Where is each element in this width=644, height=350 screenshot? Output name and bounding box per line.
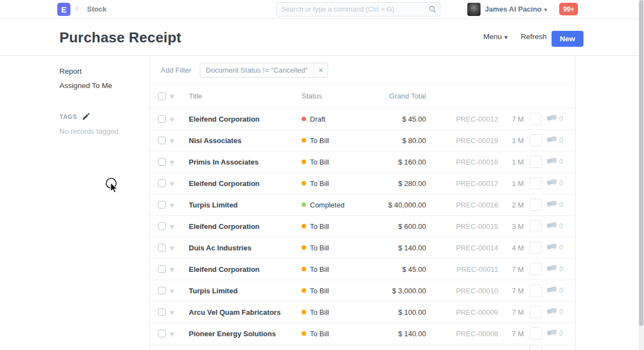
row-id[interactable]: PREC-00017 [450, 173, 498, 194]
heart-icon[interactable]: ♥ [170, 237, 181, 258]
assign-placeholder[interactable] [530, 220, 542, 232]
row-checkbox[interactable] [158, 287, 166, 294]
row-id[interactable]: PREC-00009 [450, 302, 498, 322]
user-menu[interactable]: James Al Pacino▼ [485, 5, 548, 13]
row-id[interactable]: PREC-00008 [450, 323, 498, 344]
table-row[interactable]: ♥ Turpis Limited To Bill $ 3,000.00 PREC… [150, 280, 575, 302]
column-header-grand-total: Grand Total [342, 84, 426, 108]
status-label: To Bill [310, 136, 329, 145]
assign-placeholder[interactable] [530, 199, 542, 211]
row-title[interactable]: Turpis Limited [189, 280, 299, 301]
table-row[interactable]: ♥ Eleifend Corporation To Bill $ 45.00 P… [150, 259, 575, 280]
menu-button[interactable]: Menu▼ [483, 32, 509, 41]
page-title: Purchase Receipt [59, 29, 181, 46]
row-checkbox[interactable] [158, 115, 166, 123]
row-id[interactable]: PREC-00015 [450, 216, 498, 237]
row-id[interactable]: PREC-00010 [450, 280, 498, 301]
active-filter-chip[interactable]: Document Status != "Cancelled" ✕ [200, 63, 328, 78]
new-button[interactable]: New [552, 31, 583, 47]
search-icon[interactable] [425, 6, 440, 13]
row-title[interactable]: Primis In Associates [189, 151, 299, 172]
user-name: James Al Pacino [485, 5, 542, 13]
breadcrumb[interactable]: Stock [87, 5, 106, 13]
heart-icon[interactable]: ♥ [170, 173, 181, 194]
row-checkbox[interactable] [158, 308, 166, 316]
assign-placeholder[interactable] [530, 263, 542, 275]
row-grand-total: $ 280.00 [342, 173, 426, 194]
assign-placeholder[interactable] [530, 177, 542, 189]
heart-icon[interactable]: ♥ [170, 84, 181, 108]
row-checkbox[interactable] [158, 265, 166, 273]
row-checkbox[interactable] [158, 330, 166, 337]
heart-icon[interactable]: ♥ [170, 259, 181, 280]
select-all-checkbox[interactable] [158, 92, 166, 100]
row-checkbox[interactable] [158, 201, 166, 209]
heart-icon[interactable]: ♥ [170, 108, 181, 129]
row-grand-total: $ 140.00 [342, 323, 426, 344]
assign-placeholder[interactable] [530, 327, 542, 340]
scrollbar-thumb[interactable] [639, 0, 643, 326]
row-title[interactable]: Duis Ac Industries [189, 237, 299, 258]
heart-icon[interactable]: ♥ [170, 194, 181, 215]
sidebar-item-assigned-to-me[interactable]: Assigned To Me [59, 81, 149, 90]
comment-count: 0 [559, 201, 563, 209]
row-checkbox[interactable] [158, 158, 166, 166]
search-input[interactable] [277, 6, 425, 13]
notification-badge[interactable]: 99+ [559, 3, 578, 15]
row-title[interactable]: Eleifend Corporation [189, 108, 299, 129]
assign-placeholder[interactable] [530, 306, 542, 318]
row-id[interactable]: PREC-00011 [450, 259, 498, 280]
row-title[interactable]: Eleifend Corporation [189, 216, 299, 237]
sidebar-item-report[interactable]: Report [59, 67, 149, 75]
row-checkbox[interactable] [158, 244, 166, 251]
comment-count: 0 [559, 287, 563, 294]
remove-filter-icon[interactable]: ✕ [313, 63, 328, 77]
tags-empty-text: No records tagged. [59, 127, 149, 135]
heart-icon[interactable]: ♥ [170, 151, 181, 172]
assign-placeholder[interactable] [530, 134, 542, 146]
status-dot [302, 331, 306, 336]
row-id[interactable]: PREC-00016 [450, 194, 498, 215]
table-row[interactable]: ♥ Arcu Vel Quam Fabricators To Bill $ 10… [150, 302, 575, 323]
row-title[interactable]: Turpis Limited [189, 194, 299, 215]
row-checkbox[interactable] [158, 136, 166, 144]
row-id[interactable]: PREC-00018 [450, 151, 498, 172]
row-title[interactable]: Eleifend Corporation [189, 173, 299, 194]
row-checkbox[interactable] [158, 179, 166, 187]
heart-icon[interactable]: ♥ [170, 216, 181, 237]
table-row[interactable]: ♥ Duis Ac Industries To Bill $ 140.00 PR… [150, 237, 575, 259]
table-row[interactable]: ♥ Pioneer Energy Solutions To Bill $ 140… [150, 323, 575, 344]
row-id[interactable]: PREC-00014 [450, 237, 498, 258]
table-row[interactable]: ♥ Primis In Associates To Bill $ 160.00 … [150, 151, 575, 173]
row-id[interactable]: PREC-00012 [450, 108, 498, 129]
assign-placeholder[interactable] [530, 285, 542, 297]
row-title[interactable]: Nisi Associates [189, 130, 299, 151]
filter-chip-label[interactable]: Document Status != "Cancelled" [200, 66, 313, 74]
heart-icon[interactable]: ♥ [170, 302, 181, 322]
table-row[interactable]: ♥ Turpis Limited Completed $ 40,000.00 P… [150, 194, 575, 216]
user-avatar[interactable] [467, 3, 481, 16]
row-title[interactable]: Arcu Vel Quam Fabricators [189, 302, 299, 322]
heart-icon[interactable]: ♥ [170, 130, 181, 151]
row-checkbox[interactable] [158, 222, 166, 230]
assign-placeholder[interactable] [530, 113, 542, 125]
table-row[interactable]: ♥ Eleifend Corporation Draft $ 45.00 PRE… [150, 108, 575, 130]
table-row[interactable]: ♥ Eleifend Corporation To Bill $ 280.00 … [150, 173, 575, 194]
row-title[interactable]: Eleifend Corporation [189, 259, 299, 280]
table-row[interactable]: ♥ Nisi Associates To Bill $ 80.00 PREC-0… [150, 130, 575, 151]
heart-icon[interactable]: ♥ [170, 323, 181, 344]
edit-tags-pencil-icon[interactable] [82, 113, 90, 121]
row-title[interactable]: Pioneer Energy Solutions [189, 323, 299, 344]
assign-placeholder[interactable] [530, 242, 542, 254]
comment-count: 0 [559, 136, 563, 144]
assign-placeholder[interactable] [530, 156, 542, 168]
app-logo[interactable]: E [57, 3, 70, 16]
heart-icon[interactable]: ♥ [170, 280, 181, 301]
add-filter-button[interactable]: Add Filter [161, 66, 192, 74]
refresh-button[interactable]: Refresh [521, 32, 547, 41]
table-row[interactable]: ♥ Eleifend Corporation To Bill $ 600.00 … [150, 216, 575, 237]
status-dot [302, 310, 306, 314]
comment-icon [547, 244, 556, 251]
row-id[interactable]: PREC-00019 [450, 130, 498, 151]
tags-section-label: TAGS [59, 113, 77, 120]
